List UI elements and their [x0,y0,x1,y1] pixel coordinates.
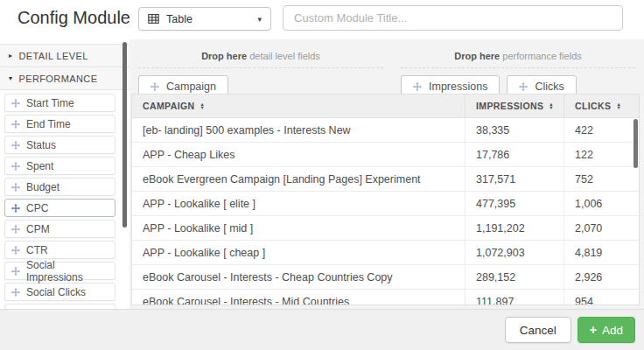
column-header-clicks[interactable]: CLICKS ▴▾ [564,94,639,117]
section-label: PERFORMANCE [18,74,97,84]
dropzone-label-bold: Drop here [454,51,500,61]
column-label: IMPRESSIONS [476,101,543,111]
clicks-cell: 4,819 [564,241,639,264]
table-scrollbar[interactable] [634,119,638,168]
sidebar-item-cpc[interactable]: CPC [4,199,116,217]
chip-label: Campaign [166,80,216,93]
field-label: End Time [26,118,71,130]
clicks-cell: 122 [564,143,639,166]
table-row: eBook Evergreen Campaign [Landing Pages]… [132,167,639,192]
chevron-down-icon: ▾ [9,74,12,82]
table-row: APP - Lookalike [ elite ] 477,395 1,006 [132,192,639,216]
header-bar: Config Module Table ▾ [0,0,644,42]
campaign-cell: APP - Lookalike [ mid ] [132,216,465,240]
clicks-cell: 2,926 [564,265,639,289]
move-icon [11,120,20,129]
sidebar-item-social-clicks[interactable]: Social Clicks [4,283,116,301]
preview-table: CAMPAIGN ▴▾ IMPRESSIONS ▴▾ CLICKS ▴▾ [eb… [131,94,640,305]
sidebar-section-performance[interactable]: ▾ PERFORMANCE [0,66,130,90]
move-icon [11,246,20,255]
table-row: eBook Carousel - Interests - Mid Countri… [132,290,639,305]
move-icon [11,204,20,213]
table-row: eBook Carousel - Interests - Cheap Count… [132,265,639,290]
sidebar-item-spent[interactable]: Spent [4,157,116,175]
module-type-dropdown[interactable]: Table ▾ [138,7,271,31]
table-icon [148,13,159,24]
module-config-main: Drop here detail level fields Campaign D… [130,39,644,309]
chip-label: Clicks [535,80,564,93]
plus-icon: + [590,324,597,336]
chevron-down-icon: ▾ [257,15,262,24]
column-label: CLICKS [575,101,611,111]
move-icon [11,183,20,192]
column-header-campaign[interactable]: CAMPAIGN ▴▾ [132,94,465,117]
move-icon [150,82,159,91]
campaign-cell: eBook Carousel - Interests - Mid Countri… [132,290,465,305]
config-module-window: Config Module Table ▾ ▸ DETAIL LEVEL ▾ P… [0,0,644,350]
add-button[interactable]: + Add [578,317,635,343]
campaign-cell: APP - Cheap Likes [132,143,465,166]
field-label: CPM [26,223,50,235]
move-icon [11,99,20,108]
sidebar-section-detail-level[interactable]: ▸ DETAIL LEVEL [0,44,130,66]
table-row: APP - Lookalike [ cheap ] 1,072,903 4,81… [132,241,639,265]
move-icon [11,162,20,171]
impressions-cell: 111,897 [465,290,564,305]
sidebar-item-end-time[interactable]: End Time [4,115,116,133]
cancel-button[interactable]: Cancel [505,317,571,343]
fields-sidebar: ▸ DETAIL LEVEL ▾ PERFORMANCE Start Time … [0,39,130,309]
chip-label: Impressions [429,80,487,93]
field-label: Social Impressions [26,259,108,284]
campaign-cell: [eb- landing] 500 examples - Interests N… [132,118,465,142]
move-icon [11,267,20,276]
sidebar-item-budget[interactable]: Budget [4,178,116,196]
campaign-cell: eBook Carousel - Interests - Cheap Count… [132,265,465,289]
impressions-cell: 17,786 [465,143,564,166]
sidebar-item-ctr[interactable]: CTR [4,241,116,259]
clicks-cell: 422 [564,118,639,142]
clicks-cell: 752 [564,167,639,191]
footer-bar: Cancel + Add [0,309,644,350]
impressions-cell: 289,152 [465,265,564,289]
table-row: APP - Cheap Likes 17,786 122 [132,143,639,167]
sidebar-item-cpm[interactable]: CPM [4,220,116,238]
field-label: Start Time [26,97,74,109]
campaign-cell: APP - Lookalike [ elite ] [132,192,465,215]
impressions-cell: 38,335 [465,118,564,142]
impressions-cell: 1,072,903 [465,241,564,264]
table-row: [eb- landing] 500 examples - Interests N… [132,118,639,143]
sidebar-item-social-impressions[interactable]: Social Impressions [4,262,116,280]
impressions-cell: 317,571 [465,167,564,191]
field-label: CTR [26,244,48,256]
dropzone-label-rest: performance fields [500,51,582,61]
add-button-label: Add [602,324,623,337]
module-type-value: Table [166,13,192,25]
clicks-cell: 954 [564,290,639,305]
sidebar-item-start-time[interactable]: Start Time [4,94,116,112]
impressions-cell: 1,191,202 [465,216,564,240]
field-label: Social Clicks [26,286,86,298]
campaign-cell: eBook Evergreen Campaign [Landing Pages]… [132,167,465,191]
clicks-cell: 1,006 [564,192,639,215]
column-header-impressions[interactable]: IMPRESSIONS ▴▾ [465,94,564,117]
dropzone-label: Drop here performance fields [401,45,635,68]
sort-icon: ▴▾ [617,102,620,110]
column-label: CAMPAIGN [143,101,195,111]
field-label: Spent [26,160,53,172]
dropzone-label-bold: Drop here [201,51,247,61]
chevron-right-icon: ▸ [9,52,12,60]
sort-icon: ▴▾ [550,102,553,110]
move-icon [413,82,422,91]
sidebar-scrollbar[interactable] [122,42,127,228]
move-icon [11,225,20,234]
move-icon [11,141,20,150]
table-row: APP - Lookalike [ mid ] 1,191,202 2,070 [132,216,639,241]
sidebar-item-status[interactable]: Status [4,136,116,154]
section-label: DETAIL LEVEL [18,51,88,61]
sort-icon: ▴▾ [201,102,205,110]
move-icon [519,82,528,91]
campaign-cell: APP - Lookalike [ cheap ] [132,241,465,264]
page-title: Config Module [18,8,130,28]
custom-module-title-input[interactable] [283,5,623,31]
performance-field-list: Start Time End Time Status Spent Budget … [0,90,130,309]
